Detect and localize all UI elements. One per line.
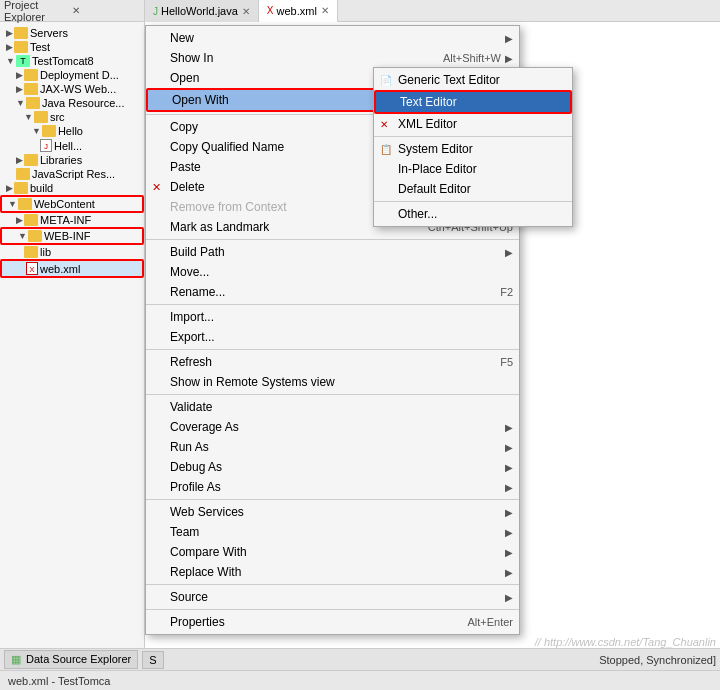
tree-item-label: web.xml xyxy=(40,263,80,275)
folder-icon xyxy=(42,125,56,137)
bottom-status-text: Stopped, Synchronized] xyxy=(599,654,716,666)
tree-item-label: JAX-WS Web... xyxy=(40,83,116,95)
submenu-item-other[interactable]: Other... xyxy=(374,204,572,224)
menu-item-buildpath[interactable]: Build Path ▶ xyxy=(146,242,519,262)
tree-item-label: JavaScript Res... xyxy=(32,168,115,180)
java-file-icon: J xyxy=(40,139,52,152)
folder-icon xyxy=(24,83,38,95)
menu-item-import[interactable]: Import... xyxy=(146,307,519,327)
menu-item-coverageas[interactable]: Coverage As ▶ xyxy=(146,417,519,437)
menu-item-webservices[interactable]: Web Services ▶ xyxy=(146,502,519,522)
close-icon[interactable]: ✕ xyxy=(72,5,140,16)
tree-item-label: src xyxy=(50,111,65,123)
tree-item-webcontent[interactable]: ▼ WebContent xyxy=(0,195,144,213)
bottom-tab-bar: ▦ Data Source Explorer S Stopped, Synchr… xyxy=(0,648,720,670)
tree-item-testtomcat8[interactable]: ▼ T TestTomcat8 xyxy=(0,54,144,68)
folder-icon xyxy=(18,198,32,210)
tree-item-javascript[interactable]: JavaScript Res... xyxy=(0,167,144,181)
tab-label: web.xml xyxy=(277,5,317,17)
tree-item-label: Servers xyxy=(30,27,68,39)
submenu-arrow: ▶ xyxy=(505,547,513,558)
tree-item-label: WebContent xyxy=(34,198,95,210)
tree-item-test[interactable]: ▶ Test xyxy=(0,40,144,54)
submenu-arrow: ▶ xyxy=(505,422,513,433)
menu-item-showin[interactable]: Show In Alt+Shift+W ▶ xyxy=(146,48,519,68)
tree-item-src[interactable]: ▼ src xyxy=(0,110,144,124)
menu-item-replacewith[interactable]: Replace With ▶ xyxy=(146,562,519,582)
menu-item-properties[interactable]: Properties Alt+Enter xyxy=(146,612,519,632)
editor-tab-bar: J HelloWorld.java ✕ X web.xml ✕ xyxy=(145,0,720,22)
menu-item-remotesystems[interactable]: Show in Remote Systems view xyxy=(146,372,519,392)
folder-icon xyxy=(28,230,42,242)
tree-item-hellofile[interactable]: J Hell... xyxy=(0,138,144,153)
project-explorer-titlebar: Project Explorer ✕ xyxy=(0,0,144,22)
submenu-item-texteditor[interactable]: Text Editor xyxy=(374,90,572,114)
menu-separator xyxy=(146,349,519,350)
menu-separator xyxy=(146,304,519,305)
tree-item-javaresource[interactable]: ▼ Java Resource... xyxy=(0,96,144,110)
folder-icon xyxy=(14,41,28,53)
submenu-item-inplaceeditor[interactable]: In-Place Editor xyxy=(374,159,572,179)
submenu-arrow: ▶ xyxy=(505,442,513,453)
submenu-arrow: ▶ xyxy=(505,527,513,538)
menu-item-move[interactable]: Move... xyxy=(146,262,519,282)
menu-item-export[interactable]: Export... xyxy=(146,327,519,347)
tree-item-label: TestTomcat8 xyxy=(32,55,94,67)
submenu-item-label: Generic Text Editor xyxy=(398,73,500,87)
menu-item-debugas[interactable]: Debug As ▶ xyxy=(146,457,519,477)
tab-close-icon[interactable]: ✕ xyxy=(321,5,329,16)
menu-separator xyxy=(146,584,519,585)
menu-item-team[interactable]: Team ▶ xyxy=(146,522,519,542)
menu-item-source[interactable]: Source ▶ xyxy=(146,587,519,607)
tab-label: HelloWorld.java xyxy=(161,5,238,17)
folder-icon xyxy=(24,69,38,81)
tree-item-webxml[interactable]: X web.xml xyxy=(0,259,144,278)
generic-text-editor-icon: 📄 xyxy=(380,75,392,86)
tree-item-metainf[interactable]: ▶ META-INF xyxy=(0,213,144,227)
system-editor-icon: 📋 xyxy=(380,144,392,155)
bottom-tab-datasource[interactable]: ▦ Data Source Explorer xyxy=(4,650,138,669)
tree-item-servers[interactable]: ▶ Servers xyxy=(0,26,144,40)
folder-icon xyxy=(24,154,38,166)
expand-arrow: ▼ xyxy=(6,56,15,66)
open-with-submenu: 📄 Generic Text Editor Text Editor ✕ XML … xyxy=(373,67,573,227)
bottom-tab-s[interactable]: S xyxy=(142,651,163,669)
xml-file-icon: X xyxy=(26,262,38,275)
submenu-item-label: System Editor xyxy=(398,142,473,156)
tree-item-lib[interactable]: lib xyxy=(0,245,144,259)
folder-icon xyxy=(14,27,28,39)
submenu-item-defaulteditor[interactable]: Default Editor xyxy=(374,179,572,199)
tree-item-deployment[interactable]: ▶ Deployment D... xyxy=(0,68,144,82)
submenu-item-label: Default Editor xyxy=(398,182,471,196)
submenu-arrow: ▶ xyxy=(505,507,513,518)
submenu-arrow: ▶ xyxy=(505,592,513,603)
menu-item-rename[interactable]: Rename... F2 xyxy=(146,282,519,302)
submenu-item-xmleditor[interactable]: ✕ XML Editor xyxy=(374,114,572,134)
expand-arrow: ▶ xyxy=(16,155,23,165)
tab-webxml[interactable]: X web.xml ✕ xyxy=(259,0,338,22)
tab-helloworldjava[interactable]: J HelloWorld.java ✕ xyxy=(145,0,259,22)
xml-tab-icon: X xyxy=(267,5,274,16)
tree-item-jaxws[interactable]: ▶ JAX-WS Web... xyxy=(0,82,144,96)
submenu-item-systemeditor[interactable]: 📋 System Editor xyxy=(374,139,572,159)
expand-arrow: ▼ xyxy=(24,112,33,122)
delete-icon: ✕ xyxy=(152,181,161,194)
menu-item-validate[interactable]: Validate xyxy=(146,397,519,417)
tree-item-webinf[interactable]: ▼ WEB-INF xyxy=(0,227,144,245)
submenu-arrow: ▶ xyxy=(505,567,513,578)
menu-item-profileas[interactable]: Profile As ▶ xyxy=(146,477,519,497)
expand-arrow: ▼ xyxy=(16,98,25,108)
submenu-item-generictexteditor[interactable]: 📄 Generic Text Editor xyxy=(374,70,572,90)
tree-item-label: lib xyxy=(40,246,51,258)
java-tab-icon: J xyxy=(153,6,158,17)
menu-item-runas[interactable]: Run As ▶ xyxy=(146,437,519,457)
menu-item-refresh[interactable]: Refresh F5 xyxy=(146,352,519,372)
tree-item-hello[interactable]: ▼ Hello xyxy=(0,124,144,138)
submenu-arrow: ▶ xyxy=(505,247,513,258)
folder-icon xyxy=(34,111,48,123)
menu-item-comparewith[interactable]: Compare With ▶ xyxy=(146,542,519,562)
tab-close-icon[interactable]: ✕ xyxy=(242,6,250,17)
tree-item-libraries[interactable]: ▶ Libraries xyxy=(0,153,144,167)
menu-item-new[interactable]: New ▶ xyxy=(146,28,519,48)
tree-item-build[interactable]: ▶ build xyxy=(0,181,144,195)
